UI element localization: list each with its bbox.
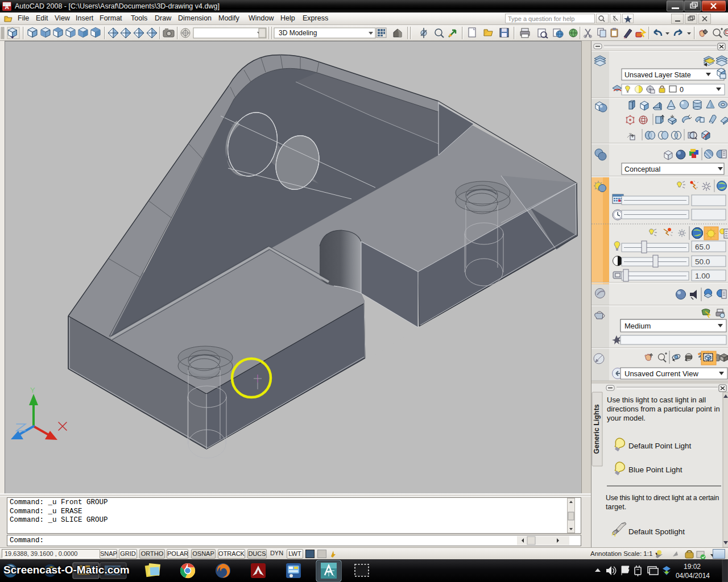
svg-text:Use this light to direct light: Use this light to direct light at a cert… (606, 494, 719, 502)
svg-text:Y: Y (30, 386, 35, 394)
svg-text:Default Point Light: Default Point Light (628, 442, 692, 450)
svg-text:A: A (5, 4, 9, 10)
svg-text:0: 0 (680, 86, 684, 94)
svg-text:65.0: 65.0 (695, 243, 710, 251)
svg-text:1.00: 1.00 (695, 272, 710, 280)
svg-text:3D Modeling: 3D Modeling (279, 29, 317, 37)
svg-text:Use this light to cast light i: Use this light to cast light in all (607, 396, 706, 404)
svg-text:Unsaved Layer State: Unsaved Layer State (624, 71, 691, 79)
svg-text:target.: target. (606, 502, 626, 511)
svg-text:50.0: 50.0 (695, 257, 710, 266)
svg-text:Blue Point Light: Blue Point Light (628, 465, 682, 474)
svg-text:Generic Lights: Generic Lights (593, 404, 601, 454)
svg-text:your model.: your model. (607, 414, 646, 422)
svg-text:Default Spotlight: Default Spotlight (628, 527, 685, 536)
svg-text:directions from a particular p: directions from a particular point in (607, 405, 720, 413)
svg-text:04/04/2014: 04/04/2014 (676, 572, 710, 580)
svg-text:19:02: 19:02 (684, 563, 701, 571)
svg-text:Medium: Medium (624, 322, 651, 330)
svg-text:Unsaved Current View: Unsaved Current View (624, 369, 698, 378)
svg-text:Conceptual: Conceptual (624, 165, 660, 173)
